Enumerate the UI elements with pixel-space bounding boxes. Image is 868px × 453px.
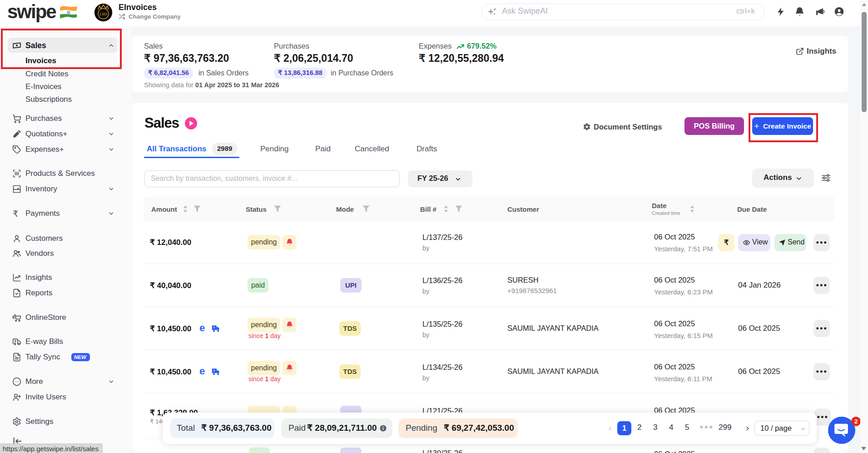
svg-text:LMJ: LMJ [99,12,108,16]
